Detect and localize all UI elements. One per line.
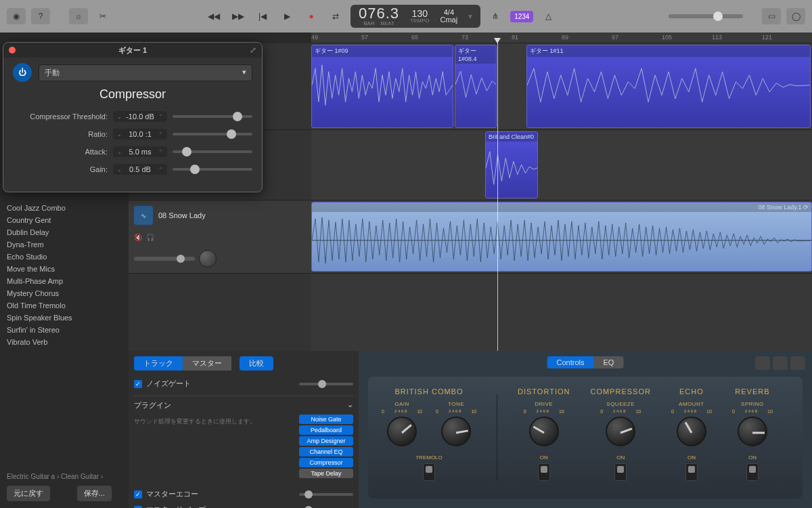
tab-controls[interactable]: Controls xyxy=(547,356,594,368)
plugin-chip[interactable]: Tape Delay xyxy=(299,469,353,478)
preset-item[interactable]: Multi-Phase Amp xyxy=(7,275,122,287)
lcd-position: 076.3 xyxy=(359,6,399,21)
gain-knob[interactable] xyxy=(387,417,417,446)
region-guitar-11[interactable]: ギター 1#11 xyxy=(526,45,811,128)
region-brit-clean[interactable]: Brit and Clean#0 xyxy=(485,131,538,198)
tab-master[interactable]: マスター xyxy=(183,356,231,371)
param-slider[interactable] xyxy=(173,168,252,171)
lcd-tempo[interactable]: 130 xyxy=(412,9,428,18)
param-value[interactable]: ⌄5.0 ms⌃ xyxy=(113,146,167,157)
tab-track[interactable]: トラック xyxy=(134,356,183,371)
preset-item[interactable]: Mystery Chorus xyxy=(7,287,122,299)
region-guitar-084[interactable]: ギター 1#08.4 xyxy=(455,45,497,128)
count-in-button[interactable]: 1234 xyxy=(510,11,533,22)
preset-item[interactable]: Vibrato Verb xyxy=(7,336,122,348)
noise-gate-checkbox[interactable]: ✓ xyxy=(134,380,142,388)
play-button[interactable]: ▶ xyxy=(277,8,296,24)
inspector-icon[interactable] xyxy=(773,356,788,370)
bottom-panel: Electric Guitar a › Clean Guitar › 元に戻す … xyxy=(0,351,812,508)
section-compressor: COMPRESSOR xyxy=(590,387,650,396)
save-button[interactable]: 保存... xyxy=(77,486,112,501)
reverb-switch[interactable] xyxy=(746,463,759,481)
plugin-chip[interactable]: Amp Designer xyxy=(299,436,353,446)
preset-item[interactable]: Country Gent xyxy=(7,214,122,226)
param-slider[interactable] xyxy=(173,133,252,135)
solo-icon[interactable]: 🎧 xyxy=(146,234,154,241)
track-pan-knob[interactable] xyxy=(199,250,217,268)
loops-button[interactable]: ◯ xyxy=(786,8,805,24)
region-guitar-09[interactable]: ギター 1#09 xyxy=(311,45,453,128)
param-value[interactable]: ⌄0.5 dB⌃ xyxy=(113,164,167,175)
tremolo-switch[interactable] xyxy=(423,463,435,481)
master-reverb-checkbox[interactable]: ✓ xyxy=(134,506,142,509)
notepad-button[interactable]: ▭ xyxy=(762,8,781,24)
tone-knob[interactable] xyxy=(441,417,471,446)
squeeze-knob[interactable] xyxy=(606,417,635,446)
forward-button[interactable]: ▶▶ xyxy=(229,8,248,24)
master-echo-checkbox[interactable]: ✓ xyxy=(134,490,142,499)
help-button[interactable]: ? xyxy=(31,8,50,24)
section-reverb: REVERB xyxy=(735,387,769,396)
compressor-switch[interactable] xyxy=(614,463,627,481)
plugin-chips: Noise GatePedalboardAmp DesignerChannel … xyxy=(299,415,353,478)
lcd-key[interactable]: Cmaj xyxy=(441,16,458,24)
expand-icon[interactable]: ⤢ xyxy=(250,45,256,55)
region-snow-lady[interactable]: 08 Snow Lady.1 ⟳ xyxy=(311,202,812,272)
edit-icon[interactable] xyxy=(755,356,770,370)
go-to-start-button[interactable]: |◀ xyxy=(253,8,272,24)
track-header-snow[interactable]: ∿ 08 Snow Lady 🔇🎧 xyxy=(129,200,311,273)
scissors-icon[interactable]: ✂ xyxy=(93,8,112,24)
timeline-ruler[interactable]: 49576573818997105113121 xyxy=(311,33,812,43)
master-volume-slider[interactable] xyxy=(669,14,743,18)
tuner-button[interactable]: ⋔ xyxy=(486,8,505,24)
param-value[interactable]: ⌄-10.0 dB⌃ xyxy=(113,111,167,122)
main-toolbar: ◉ ? ☼ ✂ ◀◀ ▶▶ |◀ ▶ ● ⇄ 076.3BAR BEAT 130… xyxy=(0,0,812,33)
param-slider[interactable] xyxy=(173,150,252,153)
metronome-button[interactable]: △ xyxy=(539,8,558,24)
preset-item[interactable]: Spin Speaker Blues xyxy=(7,312,122,324)
preset-item[interactable]: Echo Studio xyxy=(7,251,122,263)
chevron-down-icon[interactable]: ⌄ xyxy=(347,400,353,410)
track-volume-slider[interactable] xyxy=(134,257,195,261)
preset-item[interactable]: Move the Mics xyxy=(7,263,122,275)
mute-icon[interactable]: 🔇 xyxy=(134,234,142,241)
display-mode-button[interactable]: ☼ xyxy=(69,8,88,24)
plugin-section-desc: サウンド処理を変更するときに使用します。 xyxy=(134,417,292,475)
noise-gate-slider[interactable] xyxy=(299,383,353,385)
echo-switch[interactable] xyxy=(685,463,698,481)
plugin-chip[interactable]: Pedalboard xyxy=(299,425,353,435)
drive-knob[interactable] xyxy=(529,417,559,446)
track-lane-snow[interactable]: 08 Snow Lady.1 ⟳ xyxy=(311,200,812,273)
plugin-preset-select[interactable]: 手動▾ xyxy=(39,64,252,81)
plugin-chip[interactable]: Channel EQ xyxy=(299,447,353,457)
cycle-button[interactable]: ⇄ xyxy=(326,8,345,24)
plugin-chip[interactable]: Noise Gate xyxy=(299,415,353,424)
ruler-mark: 89 xyxy=(562,34,568,41)
library-button[interactable]: ◉ xyxy=(7,8,26,24)
tab-compare[interactable]: 比較 xyxy=(240,356,273,371)
arrange-icon[interactable] xyxy=(790,356,805,370)
playhead[interactable] xyxy=(497,42,498,351)
amount-knob[interactable] xyxy=(677,417,706,446)
breadcrumb[interactable]: Electric Guitar a › Clean Guitar › xyxy=(7,473,122,480)
reset-button[interactable]: 元に戻す xyxy=(7,486,50,501)
distortion-switch[interactable] xyxy=(538,463,550,481)
ruler-mark: 121 xyxy=(762,34,772,41)
preset-item[interactable]: Dublin Delay xyxy=(7,226,122,238)
preset-item[interactable]: Old Time Tremolo xyxy=(7,299,122,312)
param-value[interactable]: ⌄10.0 :1⌃ xyxy=(113,129,167,140)
tab-eq[interactable]: EQ xyxy=(594,356,624,368)
power-button[interactable]: ⏻ xyxy=(13,63,32,82)
param-slider[interactable] xyxy=(173,115,252,118)
rewind-button[interactable]: ◀◀ xyxy=(204,8,223,24)
record-button[interactable]: ● xyxy=(302,8,321,24)
track-lane-brit[interactable]: Brit and Clean#0 xyxy=(311,130,812,200)
track-lane-guitar[interactable]: ギター 1#09 ギター 1#08.4 ギター 1#11 xyxy=(311,43,812,129)
preset-item[interactable]: Dyna-Trem xyxy=(7,238,122,251)
lcd-display: 076.3BAR BEAT 130TEMPO 4/4Cmaj ▾ xyxy=(351,5,480,28)
plugin-chip[interactable]: Compressor xyxy=(299,458,353,467)
spring-knob[interactable] xyxy=(738,417,767,446)
master-echo-slider[interactable] xyxy=(299,493,353,496)
preset-item[interactable]: Surfin' in Stereo xyxy=(7,324,122,336)
preset-item[interactable]: Cool Jazz Combo xyxy=(7,202,122,214)
